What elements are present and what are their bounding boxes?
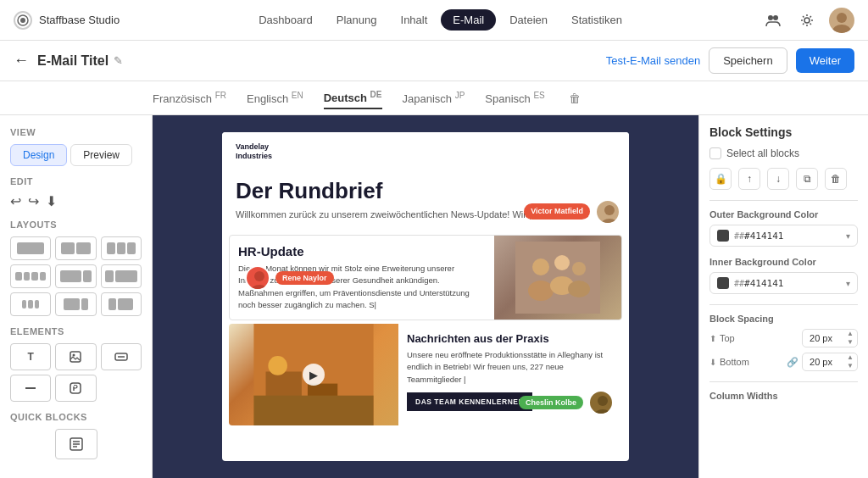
bottom-spacing-label: ⬇ Bottom: [709, 357, 749, 367]
outer-bg-swatch: [717, 230, 729, 242]
layout-narrow-wide[interactable]: [101, 264, 142, 288]
nav-dateien[interactable]: Dateien: [499, 8, 558, 31]
layout-2col[interactable]: [55, 236, 96, 260]
element-button[interactable]: [101, 343, 142, 370]
main-content: View Design Preview Edit ↩ ↪ ⬇ Layouts E…: [0, 115, 868, 478]
undo-button[interactable]: ↩: [10, 193, 21, 209]
victor-label: Victor Matfield: [524, 203, 590, 220]
layout-5col[interactable]: [10, 292, 51, 316]
play-button[interactable]: ▶: [303, 364, 325, 386]
select-all-label: Select all blocks: [726, 147, 799, 159]
tab-german[interactable]: Deutsch DE: [324, 86, 382, 109]
svg-point-5: [837, 13, 847, 23]
praxis-block-body: Unsere neu eröffnete Produktionsstätte i…: [407, 349, 614, 386]
top-up-arrow[interactable]: ▲: [843, 330, 857, 338]
nav-planung[interactable]: Planung: [326, 8, 387, 31]
tab-japanese[interactable]: Japanisch JP: [403, 87, 465, 108]
tab-spanish[interactable]: Spanisch ES: [485, 87, 544, 108]
praxis-block[interactable]: ▶ Nachrichten aus der Praxis Unsere neu …: [229, 324, 622, 425]
select-all-checkbox[interactable]: [709, 147, 721, 159]
top-spacing-arrows[interactable]: ▲ ▼: [843, 330, 857, 347]
app-logo: Staffbase Studio: [14, 11, 120, 30]
layouts-grid: [10, 236, 142, 316]
victor-annotation: Victor Matfield: [524, 199, 620, 225]
save-button[interactable]: Speichern: [709, 47, 787, 74]
lock-icon[interactable]: 🔒: [709, 168, 732, 190]
inner-bg-section: Inner Background Color ###414141 ▾: [709, 257, 858, 294]
layout-4col[interactable]: [10, 264, 51, 288]
layout-wide-narrow[interactable]: [55, 264, 96, 288]
bottom-spacing-arrows[interactable]: ▲ ▼: [843, 353, 857, 370]
praxis-block-title: Nachrichten aus der Praxis: [407, 332, 614, 345]
duplicate-icon[interactable]: ⧉: [796, 168, 818, 190]
divider-3: [709, 381, 858, 382]
delete-block-icon[interactable]: 🗑: [825, 168, 847, 190]
hr-block-title: HR-Update: [238, 244, 486, 258]
edit-section-title: Edit: [10, 176, 142, 186]
delete-language-icon[interactable]: 🗑: [569, 92, 581, 105]
svg-point-25: [572, 262, 586, 275]
edit-title-icon[interactable]: ✎: [114, 54, 123, 67]
top-down-arrow[interactable]: ▼: [843, 338, 857, 347]
top-nav: Staffbase Studio Dashboard Planung Inhal…: [0, 0, 868, 41]
layout-1col[interactable]: [10, 236, 51, 260]
nav-email[interactable]: E-Mail: [441, 9, 496, 31]
outer-bg-label: Outer Background Color: [709, 209, 858, 220]
email-canvas[interactable]: VandelayIndustries Der Rundbrief Willkom…: [153, 115, 698, 478]
svg-point-22: [528, 281, 554, 301]
test-email-button[interactable]: Test-E-Mail senden: [606, 54, 700, 67]
inner-bg-chevron: ▾: [846, 279, 850, 288]
cta-button[interactable]: DAS TEAM KENNENLERNEN: [407, 392, 532, 411]
layout-wide-2narrow[interactable]: [55, 292, 96, 316]
quick-blocks-grid: [10, 429, 142, 459]
svg-point-32: [268, 356, 287, 375]
people-icon[interactable]: [761, 8, 785, 32]
element-image[interactable]: [55, 343, 96, 370]
top-spacing-input[interactable]: 20 px ▲ ▼: [802, 329, 858, 347]
right-panel-title: Block Settings: [709, 125, 858, 139]
top-nav-right: [761, 8, 854, 33]
link-spacing-icon[interactable]: 🔗: [787, 357, 798, 368]
download-button[interactable]: ⬇: [46, 193, 57, 209]
rene-annotation: Rene Naylor: [245, 265, 334, 291]
element-social[interactable]: [55, 375, 96, 402]
design-view-button[interactable]: Design: [10, 144, 67, 166]
tab-french[interactable]: Französisch FR: [153, 87, 226, 108]
element-divider[interactable]: [10, 375, 51, 402]
block-action-icons: 🔒 ↑ ↓ ⧉ 🗑: [709, 168, 858, 190]
language-tabs: Französisch FR Englisch EN Deutsch DE Ja…: [0, 81, 868, 115]
cheslin-label: Cheslin Kolbe: [519, 396, 583, 409]
redo-button[interactable]: ↪: [28, 193, 39, 209]
nav-inhalt[interactable]: Inhalt: [391, 8, 438, 31]
move-down-icon[interactable]: ↓: [767, 168, 789, 190]
outer-bg-color-picker[interactable]: ###414141 ▾: [709, 225, 858, 247]
svg-point-28: [251, 285, 268, 291]
tab-english[interactable]: Englisch EN: [247, 87, 303, 108]
bottom-spacing-input[interactable]: 20 px ▲ ▼: [802, 353, 858, 371]
element-text[interactable]: T: [10, 343, 51, 370]
settings-icon[interactable]: [795, 8, 819, 32]
nav-dashboard[interactable]: Dashboard: [248, 8, 323, 31]
svg-point-4: [804, 18, 810, 23]
left-panel: View Design Preview Edit ↩ ↪ ⬇ Layouts E…: [0, 115, 153, 478]
bottom-down-arrow[interactable]: ▼: [843, 362, 857, 370]
layout-2narrow-wide[interactable]: [101, 292, 142, 316]
bottom-up-arrow[interactable]: ▲: [843, 353, 857, 362]
view-toggle: Design Preview: [10, 144, 142, 166]
svg-point-3: [773, 15, 778, 20]
back-button[interactable]: ←: [14, 52, 29, 69]
rene-label: Rene Naylor: [275, 271, 334, 285]
nav-statistiken[interactable]: Statistiken: [561, 8, 632, 31]
select-all-row: Select all blocks: [709, 147, 858, 159]
quick-block-item[interactable]: [55, 429, 97, 459]
avatar[interactable]: [829, 8, 854, 33]
hr-block-image: [494, 236, 621, 320]
layout-3col[interactable]: [101, 236, 142, 260]
hr-update-block[interactable]: HR-Update Diesen Monat können wir mit St…: [229, 235, 622, 320]
next-button[interactable]: Weiter: [796, 48, 854, 73]
move-up-icon[interactable]: ↑: [738, 168, 760, 190]
preview-view-button[interactable]: Preview: [70, 144, 132, 166]
layouts-section-title: Layouts: [10, 220, 142, 230]
svg-rect-7: [70, 352, 81, 362]
inner-bg-color-picker[interactable]: ###414141 ▾: [709, 272, 858, 294]
